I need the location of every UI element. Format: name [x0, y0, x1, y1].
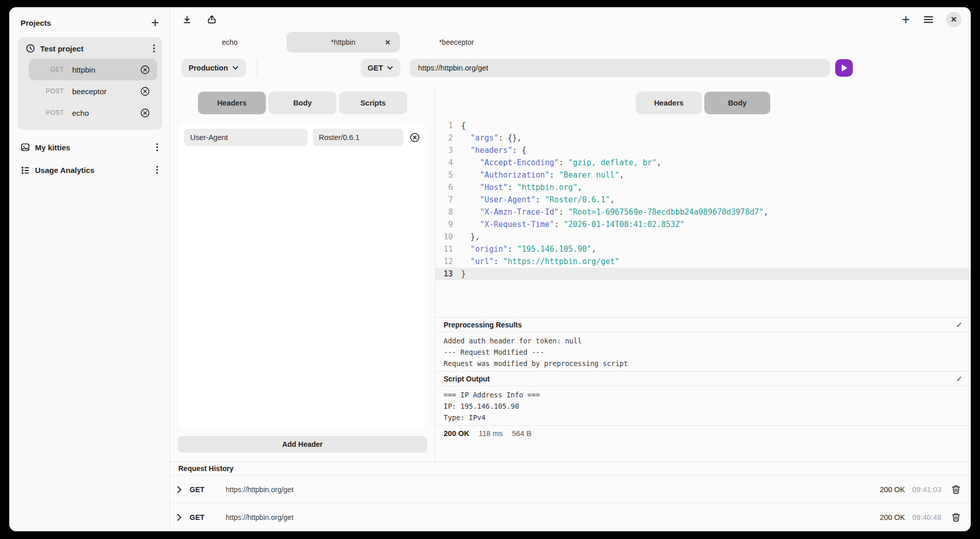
code-line: 6 "Host": "httpbin.org", — [435, 181, 971, 194]
kebab-menu-icon — [156, 143, 158, 151]
list-icon — [21, 165, 30, 175]
close-icon: ✕ — [951, 15, 957, 24]
remove-request-button[interactable] — [139, 85, 151, 97]
remove-request-button[interactable] — [139, 64, 151, 76]
hamburger-icon — [923, 15, 934, 24]
close-tab-button[interactable]: ✕ — [385, 39, 391, 46]
sidebar-item-label: Usage Analytics — [35, 166, 150, 175]
request-history-title: Request History — [170, 462, 971, 476]
section-title: Preprocessing Results — [444, 321, 522, 329]
response-body-code[interactable]: 1{ 2 "args": {}, 3 "headers": { 4 "Accep… — [435, 114, 971, 317]
url-input[interactable] — [410, 59, 830, 77]
tab-request-body[interactable]: Body — [268, 92, 336, 114]
sidebar-item-my-kitties[interactable]: My kitties — [18, 136, 162, 159]
remove-request-button[interactable] — [139, 107, 151, 119]
sidebar: Projects + Test project GET httpbin — [9, 7, 170, 531]
response-panel: Headers Body 1{ 2 "args": {}, 3 "headers… — [435, 85, 971, 462]
sidebar-request-beeceptor[interactable]: POST beeceptor — [29, 80, 157, 102]
request-bar: Production GET — [170, 53, 971, 85]
method-dropdown[interactable]: GET — [361, 59, 401, 77]
project-menu-button[interactable] — [152, 43, 156, 54]
tab-request-scripts[interactable]: Scripts — [339, 92, 407, 114]
tab-beeceptor[interactable]: *beeceptor — [400, 32, 513, 53]
trash-icon — [952, 485, 960, 494]
tab-response-body[interactable]: Body — [704, 92, 770, 114]
main-area: + ✕ echo *httpbin ✕ *beeceptor Productio… — [170, 7, 971, 531]
script-output[interactable]: === IP Address Info === IP: 195.146.105.… — [435, 386, 971, 425]
sidebar-item-label: My kitties — [35, 143, 150, 152]
divider — [257, 59, 258, 77]
sidebar-request-httpbin[interactable]: GET httpbin — [29, 59, 157, 80]
kebab-menu-icon — [156, 166, 158, 174]
check-icon: ✓ — [956, 320, 962, 329]
sidebar-title: Projects — [21, 19, 51, 27]
export-button[interactable] — [206, 14, 217, 25]
code-line: 9 "X-Request-Time": "2026-01-14T08:41:02… — [435, 218, 971, 231]
new-tab-button[interactable]: + — [901, 13, 911, 26]
request-method-label: GET — [42, 66, 64, 73]
tab-label: echo — [222, 38, 238, 46]
history-time: 09:40:48 — [913, 513, 941, 521]
chevron-down-icon — [232, 66, 239, 70]
close-window-button[interactable]: ✕ — [946, 12, 961, 27]
my-kitties-menu-button[interactable] — [155, 142, 159, 152]
project-header[interactable]: Test project — [23, 43, 157, 59]
history-row[interactable]: GET https://httpbin.org/get 200 OK 09:40… — [170, 503, 971, 531]
project-group: Test project GET httpbin POST bee — [18, 37, 162, 130]
code-line: 1{ — [435, 119, 971, 132]
add-header-button[interactable]: Add Header — [178, 436, 427, 453]
request-method-label: POST — [42, 109, 64, 116]
code-line: 7 "User-Agent": "Roster/0.6.1", — [435, 194, 971, 206]
script-output-section: Script Output ✓ === IP Address Info === … — [435, 371, 971, 425]
sidebar-item-usage-analytics[interactable]: Usage Analytics — [18, 159, 162, 181]
sidebar-request-echo[interactable]: POST echo — [29, 102, 157, 124]
project-name: Test project — [40, 44, 147, 53]
header-row — [184, 129, 421, 146]
topbar: + ✕ — [170, 7, 971, 32]
tab-request-headers[interactable]: Headers — [198, 92, 266, 114]
code-line: 10 }, — [435, 231, 971, 243]
usage-analytics-menu-button[interactable] — [155, 165, 159, 175]
tab-response-headers[interactable]: Headers — [636, 92, 702, 114]
add-project-button[interactable]: + — [150, 16, 160, 29]
code-line: 8 "X-Amzn-Trace-Id": "Root=1-6967569e-78… — [435, 206, 971, 218]
import-button[interactable] — [181, 14, 193, 25]
request-history: Request History GET https://httpbin.org/… — [170, 462, 971, 531]
history-method: GET — [190, 513, 213, 521]
header-value-input[interactable] — [313, 129, 403, 146]
code-line: 3 "headers": { — [435, 144, 971, 157]
code-line: 12 "url": "https://httpbin.org/get" — [435, 255, 971, 268]
header-key-input[interactable] — [184, 129, 308, 146]
chevron-right-icon[interactable] — [176, 486, 182, 493]
tab-echo[interactable]: echo — [173, 32, 286, 53]
topbar-right: + ✕ — [901, 12, 961, 27]
history-row[interactable]: GET https://httpbin.org/get 200 OK 09:41… — [170, 476, 971, 503]
history-url: https://httpbin.org/get — [226, 485, 880, 494]
delete-history-button[interactable] — [951, 484, 961, 495]
play-icon — [840, 64, 848, 72]
remove-header-button[interactable] — [409, 131, 421, 144]
history-time: 09:41:03 — [913, 485, 941, 494]
headers-editor — [178, 123, 427, 430]
history-status: 200 OK — [880, 513, 905, 521]
tab-httpbin[interactable]: *httpbin ✕ — [286, 32, 400, 53]
tab-strip: echo *httpbin ✕ *beeceptor — [170, 32, 971, 53]
request-panel: Headers Body Scripts Add — [170, 85, 435, 462]
chevron-down-icon — [387, 66, 393, 70]
environment-dropdown[interactable]: Production — [181, 59, 246, 77]
chevron-right-icon[interactable] — [176, 514, 182, 521]
plus-icon: + — [151, 18, 159, 28]
status-time: 118 ms — [479, 429, 502, 438]
menu-button[interactable] — [922, 14, 935, 25]
section-title: Script Output — [444, 375, 489, 383]
clock-icon — [26, 44, 35, 53]
code-line: 11 "origin": "195.146.105.90", — [435, 243, 971, 255]
delete-history-button[interactable] — [951, 512, 961, 523]
send-button[interactable] — [835, 59, 853, 77]
method-label: GET — [368, 64, 383, 72]
preprocessing-section: Preprocessing Results ✓ Added auth heade… — [435, 317, 971, 371]
request-tabs: Headers Body Scripts — [198, 92, 407, 114]
preprocessing-output[interactable]: Added auth header for token: null --- Re… — [435, 332, 971, 371]
sidebar-header: Projects + — [18, 15, 162, 29]
history-url: https://httpbin.org/get — [226, 513, 880, 521]
